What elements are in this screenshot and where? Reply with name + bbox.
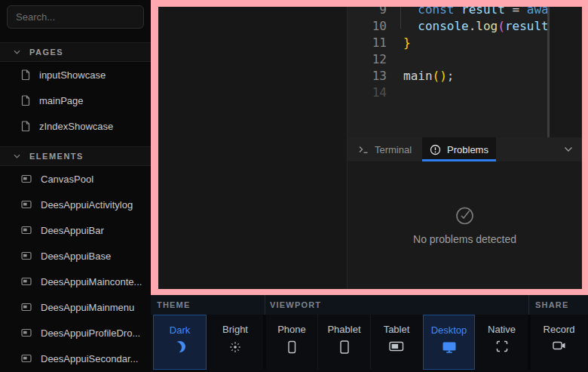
code-line: 9 const result = await ru	[348, 7, 550, 18]
line-number: 11	[348, 35, 387, 51]
sidebar-item-zindexshowcase[interactable]: zIndexShowcase	[0, 113, 151, 139]
sidebar-item-label: inputShowcase	[39, 69, 106, 81]
theme-dark-button[interactable]: Dark	[153, 315, 207, 370]
component-icon	[21, 251, 32, 260]
sidebar-section-pages[interactable]: PAGES	[0, 42, 151, 62]
sidebar-item-label: CanvasPool	[41, 174, 93, 185]
toolbar-tiles-row: Dark Bright Phone Phablet	[151, 315, 588, 370]
sidebar-item-label: DeesAppuiBase	[41, 251, 111, 262]
viewport-native-button[interactable]: Native	[476, 315, 528, 370]
phablet-icon	[338, 340, 351, 354]
viewport-tablet-button[interactable]: Tablet	[371, 315, 422, 370]
component-icon	[21, 200, 32, 209]
sidebar-item-label: DeesAppuiBar	[41, 225, 104, 236]
record-icon	[553, 340, 566, 351]
component-icon	[21, 303, 32, 312]
viewport-phablet-button[interactable]: Phablet	[318, 315, 370, 370]
design-canvas[interactable]: 9 const result = await ru 10 console.log…	[158, 7, 582, 289]
tablet-icon	[389, 340, 404, 352]
native-fullscreen-icon	[496, 340, 508, 352]
component-icon	[21, 328, 32, 337]
toolbar-header-row: THEME VIEWPORT SHARE	[151, 295, 588, 315]
sidebar-item-label: DeesAppuiProfileDro...	[41, 327, 140, 339]
sidebar-item-label: mainPage	[39, 95, 84, 106]
bottom-toolbar: THEME VIEWPORT SHARE Dark Bright Phone	[151, 295, 588, 372]
code-line: 12	[348, 51, 550, 68]
desktop-icon	[442, 341, 457, 353]
component-icon	[21, 354, 32, 363]
problems-panel: No problems detected	[348, 161, 582, 289]
sidebar-section-elements[interactable]: ELEMENTS	[0, 146, 151, 166]
line-number: 13	[348, 68, 387, 85]
code-line: 14	[348, 85, 550, 101]
tab-problems[interactable]: Problems	[422, 137, 496, 161]
editor-right-gutter	[550, 7, 582, 137]
chevron-down-icon	[564, 146, 573, 152]
code-line: 13 main();	[348, 68, 550, 85]
component-icon	[21, 277, 32, 286]
line-number: 10	[348, 18, 387, 35]
group-divider	[265, 295, 265, 315]
sidebar-item-deesappuisecondar[interactable]: DeesAppuiSecondar...	[0, 346, 151, 371]
sidebar-item-label: DeesAppuiMainmenu	[41, 302, 134, 313]
sidebar-item-deesappuiprofiledro[interactable]: DeesAppuiProfileDro...	[0, 320, 151, 346]
app-root: PAGES inputShowcase mainPage zIndexShowc…	[0, 0, 588, 372]
sidebar-item-deesappuibar[interactable]: DeesAppuiBar	[0, 217, 151, 243]
panel-tabbar: Terminal Problems	[348, 137, 582, 161]
file-icon	[21, 95, 30, 106]
file-icon	[21, 121, 30, 131]
chevron-down-icon	[14, 154, 20, 158]
sidebar: PAGES inputShowcase mainPage zIndexShowc…	[0, 0, 151, 372]
sun-icon	[228, 340, 242, 354]
sidebar-item-label: zIndexShowcase	[39, 121, 113, 132]
viewport-desktop-button[interactable]: Desktop	[423, 315, 475, 370]
code-line: 10 console.log(result	[348, 18, 550, 35]
code-editor[interactable]: 9 const result = await ru 10 console.log…	[348, 7, 550, 137]
component-icon	[21, 226, 32, 235]
sidebar-item-canvaspool[interactable]: CanvasPool	[0, 166, 151, 192]
line-number: 14	[348, 85, 387, 101]
component-icon	[21, 174, 32, 183]
terminal-icon	[358, 145, 369, 154]
sidebar-item-deesappuiactivitylog[interactable]: DeesAppuiActivitylog	[0, 192, 151, 217]
code-lines: 9 const result = await ru 10 console.log…	[348, 7, 550, 101]
tab-label: Problems	[447, 144, 488, 155]
problems-empty-message: No problems detected	[413, 233, 516, 245]
group-label-theme: THEME	[157, 295, 191, 315]
search-container	[0, 0, 151, 29]
chevron-down-icon	[14, 50, 20, 54]
sidebar-item-mainpage[interactable]: mainPage	[0, 88, 151, 113]
group-gap	[528, 315, 531, 370]
moon-icon	[174, 341, 185, 352]
viewport-phone-button[interactable]: Phone	[266, 315, 317, 370]
sidebar-item-inputshowcase[interactable]: inputShowcase	[0, 62, 151, 88]
share-record-button[interactable]: Record	[531, 315, 586, 370]
canvas-highlight-frame: 9 const result = await ru 10 console.log…	[151, 0, 588, 295]
search-input[interactable]	[7, 5, 144, 29]
sidebar-item-deesappuimainconte[interactable]: DeesAppuiMainconte...	[0, 269, 151, 294]
alert-circle-icon	[430, 144, 441, 155]
sidebar-item-deesappuibase[interactable]: DeesAppuiBase	[0, 243, 151, 269]
section-label: ELEMENTS	[29, 152, 84, 161]
sidebar-item-label: DeesAppuiActivitylog	[41, 199, 133, 211]
code-line: 11 }	[348, 35, 550, 51]
tab-label: Terminal	[375, 144, 412, 155]
sidebar-item-label: DeesAppuiSecondar...	[41, 353, 138, 364]
group-label-share: SHARE	[535, 295, 569, 315]
phone-icon	[285, 340, 299, 354]
line-number: 12	[348, 51, 387, 68]
panel-collapse-chevron[interactable]	[564, 137, 573, 161]
line-number: 9	[348, 7, 387, 18]
sidebar-item-deesappuimainmenu[interactable]: DeesAppuiMainmenu	[0, 294, 151, 320]
check-circle-icon	[455, 205, 475, 226]
file-icon	[21, 69, 30, 80]
sidebar-item-label: DeesAppuiMainconte...	[41, 276, 142, 287]
tab-terminal[interactable]: Terminal	[348, 137, 422, 161]
group-divider	[528, 295, 529, 315]
section-label: PAGES	[29, 48, 63, 57]
group-label-viewport: VIEWPORT	[270, 295, 321, 315]
theme-bright-button[interactable]: Bright	[208, 315, 262, 370]
